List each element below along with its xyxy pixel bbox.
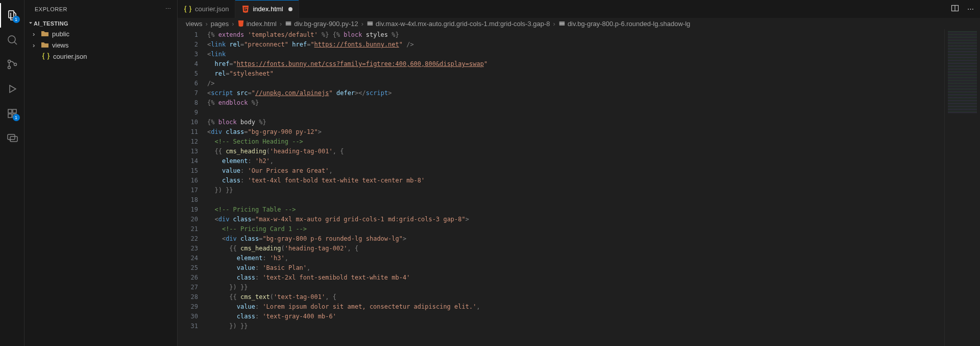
svg-point-1 xyxy=(8,36,15,43)
tree-root-label: AI_TESTING xyxy=(34,20,68,27)
dirty-indicator-icon xyxy=(288,7,292,11)
tab-actions: ⋯ xyxy=(945,0,980,18)
sidebar-title: EXPLORER xyxy=(35,6,67,12)
svg-rect-12 xyxy=(10,136,17,142)
html-icon xyxy=(241,5,250,13)
sidebar-more-icon[interactable]: ⋯ xyxy=(165,6,172,12)
svg-line-2 xyxy=(14,42,17,44)
tab-bar: courier.json index.html ⋯ xyxy=(178,0,980,18)
breadcrumb-item[interactable]: div.bg-gray-800.p-6.rounded-lg.shadow-lg xyxy=(558,20,690,28)
json-icon xyxy=(42,52,50,60)
svg-rect-10 xyxy=(13,109,16,113)
source-control-icon[interactable] xyxy=(0,52,24,77)
comments-icon[interactable] xyxy=(0,126,24,150)
sidebar-header: EXPLORER ⋯ xyxy=(24,0,177,18)
svg-point-3 xyxy=(8,60,10,63)
activity-bar: 1 1 xyxy=(0,0,24,346)
tree-folder-views[interactable]: › views xyxy=(24,39,177,51)
svg-marker-6 xyxy=(10,85,16,93)
breadcrumb-item[interactable]: views xyxy=(186,20,203,28)
chevron-right-icon: › xyxy=(280,20,282,28)
svg-rect-8 xyxy=(8,114,12,118)
tab-index-html[interactable]: index.html xyxy=(235,0,299,18)
svg-rect-0 xyxy=(9,11,14,18)
breadcrumb-item[interactable]: div.max-w-4xl.mx-auto.grid.grid-cols-1.m… xyxy=(366,20,550,28)
editor[interactable]: 1234567891011121314151617181920212223242… xyxy=(178,29,980,346)
chevron-right-icon: › xyxy=(33,41,41,49)
chevron-right-icon: › xyxy=(553,20,555,28)
file-tree: AI_TESTING › public › views courier.json xyxy=(24,18,177,62)
sidebar: EXPLORER ⋯ AI_TESTING › public › views c… xyxy=(24,0,178,346)
explorer-icon[interactable]: 1 xyxy=(0,3,24,28)
svg-point-4 xyxy=(8,66,10,69)
chevron-right-icon: › xyxy=(33,30,41,38)
explorer-badge: 1 xyxy=(13,16,20,23)
minimap[interactable] xyxy=(944,29,980,346)
svg-rect-11 xyxy=(8,134,15,140)
tree-file-courier-json[interactable]: courier.json xyxy=(24,51,177,62)
json-icon xyxy=(184,5,192,13)
more-actions-icon[interactable]: ⋯ xyxy=(967,5,974,13)
run-debug-icon[interactable] xyxy=(0,77,24,101)
breadcrumb-item[interactable]: pages xyxy=(211,20,229,28)
extensions-icon[interactable]: 1 xyxy=(0,101,24,126)
svg-point-5 xyxy=(14,63,16,66)
editor-area: courier.json index.html ⋯ views › pages … xyxy=(178,0,980,346)
tree-item-label: public xyxy=(52,30,69,38)
tab-courier-json[interactable]: courier.json xyxy=(178,0,235,18)
breadcrumbs[interactable]: views › pages › index.html › div.bg-gray… xyxy=(178,18,980,29)
folder-icon xyxy=(41,30,49,38)
chevron-right-icon: › xyxy=(232,20,234,28)
tree-item-label: courier.json xyxy=(53,53,87,60)
search-icon[interactable] xyxy=(0,28,24,52)
tree-folder-public[interactable]: › public xyxy=(24,28,177,39)
tree-item-label: views xyxy=(52,41,69,49)
breadcrumb-item[interactable]: index.html xyxy=(237,20,277,28)
code-content[interactable]: {% extends 'templates/default' %} {% blo… xyxy=(207,29,944,346)
tab-label: courier.json xyxy=(195,5,229,13)
chevron-right-icon: › xyxy=(361,20,363,28)
svg-rect-7 xyxy=(8,109,12,113)
minimap-canvas xyxy=(948,31,977,113)
tree-root[interactable]: AI_TESTING xyxy=(24,19,177,28)
tab-label: index.html xyxy=(253,5,283,13)
folder-icon xyxy=(41,41,49,49)
breadcrumb-item[interactable]: div.bg-gray-900.py-12 xyxy=(285,20,358,28)
split-editor-icon[interactable] xyxy=(951,4,959,14)
extensions-badge: 1 xyxy=(13,114,20,121)
line-gutter: 1234567891011121314151617181920212223242… xyxy=(178,29,207,346)
chevron-right-icon: › xyxy=(206,20,208,28)
chevron-down-icon xyxy=(28,20,34,27)
